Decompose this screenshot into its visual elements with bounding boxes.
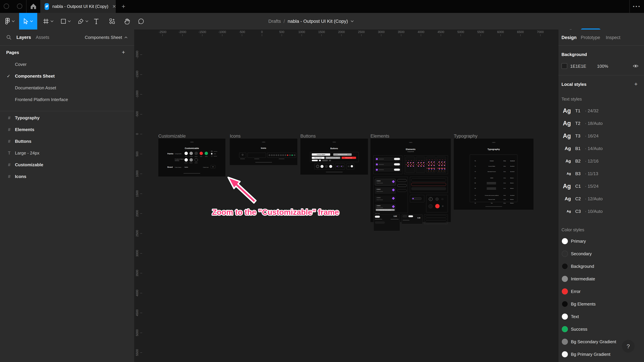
page-row-components-sheet[interactable]: ✓Components Sheet [0,71,134,81]
page-row-documentation-asset[interactable]: Documentation Asset [0,83,134,92]
shape-tool-button[interactable] [58,13,74,29]
text-style-row-c1[interactable]: AgC1· 15/24 [558,180,644,192]
color-style-swatch [562,251,568,257]
color-style-row-bg-elements[interactable]: Bg Elements [558,298,644,310]
frame-label-elements[interactable]: Elements [370,134,390,139]
frame-elements[interactable]: nabla Elements Components OSMO Chain Dom… [370,139,451,222]
ruler-tick [460,34,461,36]
ruler-label: 5500 [477,30,484,34]
typo-size: 14 pt [504,177,506,178]
typo-name: C3 [474,203,476,204]
color-style-row-text[interactable]: Text [558,310,644,323]
layer-row-elements[interactable]: #Elements [0,125,134,134]
left-sidebar-header: Layers Assets Components Sheet [0,29,134,45]
layer-row-buttons[interactable]: #Buttons [0,137,134,146]
add-page-button[interactable]: + [122,49,125,55]
overflow-menu-icon[interactable]: ••• [633,0,641,13]
page-row-frontend-platform-interface[interactable]: Frontend Platform Interface [0,95,134,104]
text-style-row-t3[interactable]: AgT3· 16/24 [558,130,644,142]
text-style-name: B2 [575,159,580,164]
text-style-row-b1[interactable]: AgB1· 14/Auto [558,142,644,155]
nav-forward-icon[interactable] [17,3,22,9]
tab-layers[interactable]: Layers [16,35,31,40]
move-tool-button[interactable] [19,13,37,29]
tab-design[interactable]: Design [562,35,576,40]
color-style-row-secondary[interactable]: Secondary [558,248,644,260]
ruler-tick [242,34,242,36]
color-style-row-intermediate[interactable]: Intermediate [558,273,644,285]
help-button[interactable]: ? [622,340,634,353]
color-style-swatch [562,314,568,320]
typo-line [487,188,496,189]
frame-label-icons[interactable]: Icons [230,134,241,139]
hand-tool-button[interactable] [121,13,133,29]
background-color-swatch[interactable] [562,63,567,69]
ruler-label: 1500 [318,30,325,34]
tab-inspect[interactable]: Inspect [606,35,620,40]
color-style-row-primary[interactable]: Primary [558,235,644,247]
comment-tool-button[interactable] [135,13,147,29]
frame-title: Typography [454,148,534,150]
ruler-label: 2000 [136,207,139,220]
breadcrumb-file-title[interactable]: nabla - Outpost UI Kit (Copy) [288,18,348,24]
color-style-row-success[interactable]: Success [558,323,644,335]
color-style-row-error[interactable]: Error [558,285,644,298]
page-selector[interactable]: Components Sheet [85,29,128,45]
chevron-down-icon[interactable] [351,20,354,22]
ruler-label: 6000 [497,30,504,34]
text-style-value: · 24/32 [585,108,598,113]
topbar-divider-right [630,0,630,13]
layer-row-typography[interactable]: #Typography [0,113,134,122]
frame-label-typography[interactable]: Typography [454,134,478,139]
layer-row-icons[interactable]: #Icons [0,172,134,181]
text-tool-button[interactable] [92,13,101,29]
pen-tool-button[interactable] [75,13,91,29]
frame-buttons[interactable]: nabla Buttons Connect Wallet Insufficien… [300,139,368,175]
text-style-value: · 11/13 [585,171,598,176]
ruler-label: -2000 [136,48,139,61]
frame-icons[interactable]: nabla Icons [230,139,297,165]
text-style-row-b3[interactable]: AgB3· 11/13 [558,167,644,180]
frame-label-buttons[interactable]: Buttons [300,134,316,139]
annotation-text: Zoom to the "Customizable" frame [212,208,339,217]
typo-name: T3 [474,171,476,172]
visibility-eye-icon[interactable] [633,63,638,68]
main-menu-button[interactable] [2,13,18,29]
frame-tool-button[interactable] [40,13,56,29]
page-selector-label: Components Sheet [85,35,122,40]
text-style-row-t2[interactable]: AgT2· 18/Auto [558,117,644,130]
frame-watermark: nabla [158,141,226,143]
cursor-icon [23,18,28,24]
ruler-tick [140,74,142,75]
file-tab[interactable]: nabla - Outpost UI Kit (Copy) ✕ [40,0,116,13]
layer-row-customizable[interactable]: #Customizable [0,160,134,169]
ruler-label: -1500 [136,68,139,81]
text-style-row-c3[interactable]: AgC3· 10/Auto [558,205,644,218]
home-icon[interactable] [30,3,37,10]
text-style-row-t1[interactable]: AgT1· 24/32 [558,105,644,117]
add-style-button[interactable]: + [634,81,638,87]
search-icon[interactable] [6,34,12,40]
tab-assets[interactable]: Assets [36,35,49,40]
background-opacity-value[interactable]: 100% [597,64,608,69]
fpi-swatch [190,158,193,162]
background-hex-value[interactable]: 1E1E1E [570,64,586,69]
frame-typography[interactable]: nabla Typography T1Convert24 ptSemiboldT… [454,139,534,210]
page-row-cover[interactable]: Cover [0,60,134,69]
resources-tool-button[interactable] [107,13,118,29]
right-sidebar: Design Prototype Inspect Background 1E1E… [558,29,644,362]
hand-icon [124,18,130,24]
chip [329,165,332,168]
text-style-row-c2[interactable]: AgC2· 12/Auto [558,193,644,205]
nav-back-icon[interactable] [4,3,9,9]
breadcrumb-location[interactable]: Drafts [268,18,281,24]
tab-close-icon[interactable]: ✕ [112,4,116,9]
layer-row-large-24px[interactable]: TLarge - 24px [0,148,134,158]
text-style-row-b2[interactable]: AgB2· 12/16 [558,155,644,167]
new-tab-button[interactable]: + [118,0,128,13]
color-style-row-background[interactable]: Background [558,260,644,273]
typo-size: 24 pt [504,160,506,161]
frame-label-customizable[interactable]: Customizable [158,134,186,139]
palette-swatch-secondary [194,152,198,155]
tab-prototype[interactable]: Prototype [581,35,600,40]
